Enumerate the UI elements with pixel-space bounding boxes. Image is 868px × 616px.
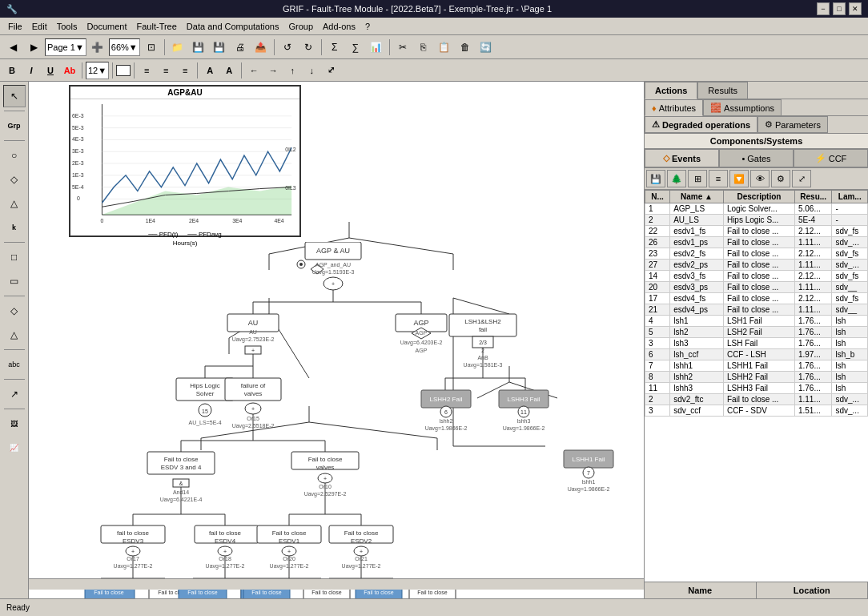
table-row[interactable]: 3sdv_ccfCCF - SDV1.51...sdv_... bbox=[645, 405, 868, 417]
table-row[interactable]: 4lsh1LSH1 Fail1.76...lsh bbox=[645, 316, 868, 327]
arrow-left-button[interactable]: ← bbox=[245, 62, 263, 79]
export-button[interactable]: 📤 bbox=[251, 38, 271, 57]
table-row[interactable]: 3lsh3LSH Fail1.76...lsh bbox=[645, 338, 868, 349]
rp-expand-button[interactable]: ⤢ bbox=[792, 170, 811, 187]
menu-item-add-ons[interactable]: Add-ons bbox=[318, 20, 360, 33]
rp-filter-button[interactable]: 🔽 bbox=[729, 170, 749, 187]
table-row[interactable]: 8lshh2LSHH2 Fail1.76...lsh bbox=[645, 372, 868, 383]
menu-item-document[interactable]: Document bbox=[82, 20, 131, 33]
table-row[interactable]: 20esdv3_psFail to close ...1.11...sdv__ bbox=[645, 282, 868, 293]
style-button1[interactable]: A bbox=[201, 62, 219, 79]
menu-item-data-and-computations[interactable]: Data and Computations bbox=[182, 20, 284, 33]
tab-actions[interactable]: Actions bbox=[645, 82, 697, 99]
table-row[interactable]: 21esdv4_psFail to close ...1.11...sdv__ bbox=[645, 304, 868, 316]
print-button[interactable]: 🖨 bbox=[231, 38, 250, 57]
align-left-button[interactable]: ≡ bbox=[138, 62, 155, 79]
back-button[interactable]: ◀ bbox=[3, 38, 22, 57]
menu-item-fault-tree[interactable]: Fault-Tree bbox=[132, 20, 182, 33]
graph-button[interactable]: 📊 bbox=[367, 38, 386, 57]
round-rect-tool[interactable]: ▭ bbox=[3, 270, 26, 292]
arrow-down-button[interactable]: ↓ bbox=[303, 62, 320, 79]
compute-button[interactable]: ∑ bbox=[346, 38, 365, 57]
table-row[interactable]: 27esdv2_psFail to close ...1.11...sdv_..… bbox=[645, 260, 868, 271]
select-tool[interactable]: ↖ bbox=[3, 85, 26, 107]
col-lam[interactable]: Lam... bbox=[832, 191, 868, 203]
undo-button[interactable]: ↺ bbox=[278, 38, 297, 57]
resize-button[interactable]: ⤢ bbox=[322, 62, 340, 79]
diamond-tool[interactable]: ◇ bbox=[3, 168, 26, 191]
align-center-button[interactable]: ≡ bbox=[157, 62, 175, 79]
rp-search-button[interactable]: 👁 bbox=[750, 170, 770, 187]
image-tool[interactable]: 🖼 bbox=[3, 413, 26, 435]
cut-button[interactable]: ✂ bbox=[393, 38, 412, 57]
italic-button[interactable]: I bbox=[22, 62, 40, 79]
arrow-up-button[interactable]: ↑ bbox=[283, 62, 301, 79]
close-button[interactable]: ✕ bbox=[849, 2, 862, 15]
font-color-button[interactable]: Ab bbox=[61, 62, 78, 79]
table-row[interactable]: 11lshh3LSHH3 Fail1.76...lsh bbox=[645, 383, 868, 394]
table-row[interactable]: 2AU_LSHips Logic S...5E-4- bbox=[645, 215, 868, 226]
gates-button[interactable]: • Gates bbox=[719, 149, 794, 167]
chart-tool[interactable]: 📈 bbox=[3, 437, 26, 459]
table-row[interactable]: 5lsh2LSH2 Fail1.76...lsh bbox=[645, 327, 868, 338]
align-right-button[interactable]: ≡ bbox=[176, 62, 194, 79]
save-button[interactable]: 💾 bbox=[189, 38, 208, 57]
table-row[interactable]: 2sdv2_ftcFail to close ...1.11...sdv_... bbox=[645, 394, 868, 405]
rp-list-button[interactable]: ≡ bbox=[709, 170, 728, 187]
delete-button[interactable]: 🗑 bbox=[456, 38, 475, 57]
zoom-selector[interactable]: 66% ▼ bbox=[109, 38, 140, 56]
circle-tool[interactable]: ○ bbox=[3, 144, 26, 167]
parameters-button[interactable]: ⚙ Parameters bbox=[757, 116, 828, 133]
paste-button[interactable]: 📋 bbox=[435, 38, 454, 57]
redo-button[interactable]: ↻ bbox=[299, 38, 318, 57]
fit-button[interactable]: ⊡ bbox=[142, 38, 161, 57]
tab-assumptions[interactable]: 🧱 Assumptions bbox=[703, 99, 782, 115]
open-button[interactable]: 📁 bbox=[168, 38, 187, 57]
col-result[interactable]: Resu... bbox=[794, 191, 832, 203]
rp-save-button[interactable]: 💾 bbox=[646, 170, 665, 187]
minimize-button[interactable]: − bbox=[817, 2, 830, 15]
table-row[interactable]: 7lshh1LSHH1 Fail1.76...lsh bbox=[645, 360, 868, 372]
bg-color-button[interactable] bbox=[116, 65, 131, 76]
text-tool[interactable]: abc bbox=[3, 353, 26, 376]
table-row[interactable]: 17esdv4_fsFail to close ...2.12...sdv_fs bbox=[645, 293, 868, 304]
maximize-button[interactable]: □ bbox=[833, 2, 846, 15]
table-row[interactable]: 6lsh_ccfCCF - LSH1.97...lsh_b bbox=[645, 349, 868, 360]
sum-button[interactable]: Σ bbox=[325, 38, 344, 57]
triangle-tool[interactable]: △ bbox=[3, 192, 26, 215]
events-button[interactable]: ◇ Events bbox=[645, 149, 719, 167]
table-row[interactable]: 22esdv1_fsFail to close ...2.12...sdv_fs bbox=[645, 226, 868, 237]
table-row[interactable]: 1AGP_LSLogic Solver...5.06...- bbox=[645, 203, 868, 215]
menu-item-file[interactable]: File bbox=[3, 20, 27, 33]
menu-item-?[interactable]: ? bbox=[360, 20, 375, 33]
forward-button[interactable]: ▶ bbox=[24, 38, 43, 57]
menu-item-group[interactable]: Group bbox=[283, 20, 318, 33]
group-tool[interactable]: Grp bbox=[3, 115, 26, 137]
col-name[interactable]: Name ▲ bbox=[670, 191, 724, 203]
bold-button[interactable]: B bbox=[3, 62, 21, 79]
menu-item-edit[interactable]: Edit bbox=[27, 20, 52, 33]
col-n[interactable]: N... bbox=[645, 191, 670, 203]
k-tool[interactable]: k bbox=[3, 216, 26, 239]
save-as-button[interactable]: 💾 bbox=[210, 38, 229, 57]
horizontal-scrollbar[interactable] bbox=[29, 578, 644, 590]
font-size-selector[interactable]: 12 ▼ bbox=[86, 62, 109, 79]
canvas-area[interactable]: AGP&AU bbox=[29, 82, 644, 598]
arrow-right-button[interactable]: → bbox=[264, 62, 282, 79]
ccf-button[interactable]: ⚡ CCF bbox=[794, 149, 868, 167]
underline-button[interactable]: U bbox=[42, 62, 59, 79]
tab-attributes[interactable]: ♦ Attributes bbox=[645, 99, 703, 116]
col-desc[interactable]: Description bbox=[723, 191, 794, 203]
degraded-operations-button[interactable]: ⚠ Degraded operations bbox=[645, 116, 757, 133]
table-area[interactable]: N... Name ▲ Description Resu... Lam... 1… bbox=[645, 190, 868, 582]
page-selector[interactable]: Page 1 ▼ bbox=[45, 38, 86, 56]
table-row[interactable]: 14esdv3_fsFail to close ...2.12...sdv_fs bbox=[645, 271, 868, 282]
rp-more-button[interactable]: ⚙ bbox=[771, 170, 790, 187]
rp-grid-button[interactable]: ⊞ bbox=[688, 170, 707, 187]
copy-button[interactable]: ⎘ bbox=[414, 38, 433, 57]
menu-item-tools[interactable]: Tools bbox=[52, 20, 82, 33]
refresh-button[interactable]: 🔄 bbox=[476, 38, 496, 57]
rect-tool[interactable]: □ bbox=[3, 246, 26, 268]
diamond2-tool[interactable]: ◇ bbox=[3, 300, 26, 322]
table-row[interactable]: 26esdv1_psFail to close ...1.11...sdv_..… bbox=[645, 237, 868, 248]
